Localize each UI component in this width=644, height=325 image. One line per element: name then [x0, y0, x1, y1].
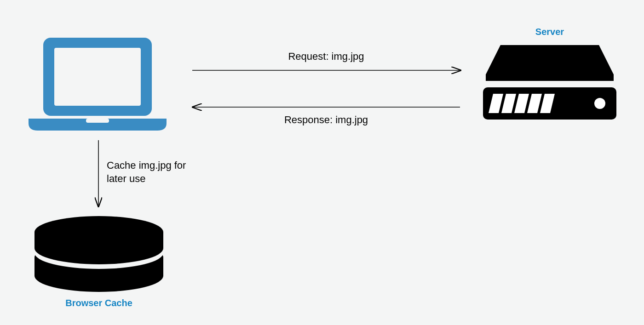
server-label: Server	[483, 27, 616, 37]
server-icon	[483, 45, 616, 120]
arrow-request-label: Request: img.jpg	[192, 51, 460, 63]
database-icon	[34, 216, 163, 292]
laptop-icon	[29, 38, 167, 131]
svg-rect-2	[86, 119, 109, 123]
arrow-response-label: Response: img.jpg	[192, 114, 460, 126]
svg-rect-1	[54, 48, 141, 106]
svg-point-11	[34, 216, 163, 248]
arrow-store-label: Cache img.jpg for later use	[107, 159, 199, 185]
svg-point-4	[594, 98, 605, 109]
browser-cache-label: Browser Cache	[34, 298, 163, 308]
